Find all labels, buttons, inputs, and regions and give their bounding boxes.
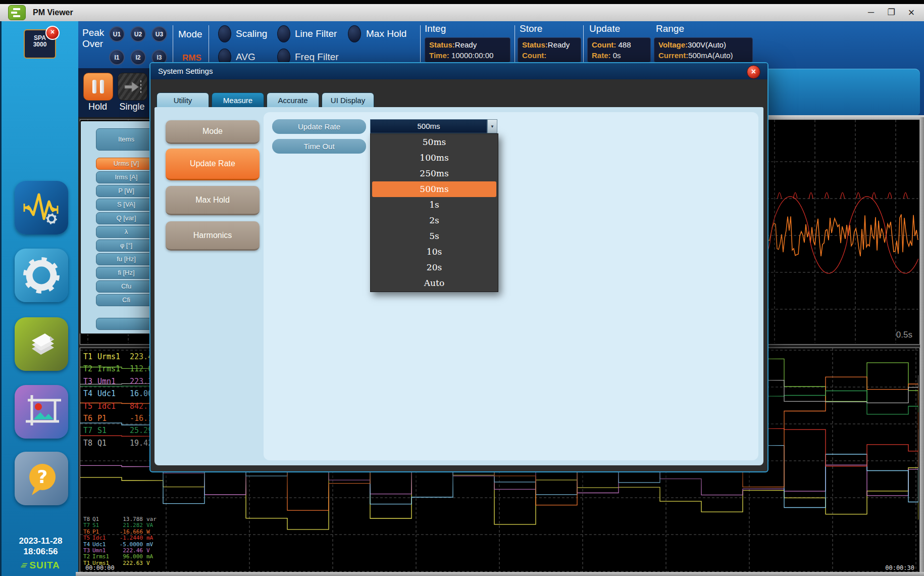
option-1s[interactable]: 1s: [371, 197, 498, 213]
line-filter-label: Line Filter: [295, 28, 337, 39]
app-logo-icon: [8, 5, 26, 20]
hold-button[interactable]: [83, 73, 113, 101]
range-title: Range: [656, 23, 684, 34]
dialog-inner-panel: [264, 112, 758, 460]
update-rate-field-label: Update Rate: [272, 119, 366, 134]
item--[interactable]: λ: [96, 226, 157, 238]
window-titlebar: PM Viewer ─ ❐ ×: [0, 4, 924, 22]
item-irms-a-[interactable]: Irms [A]: [96, 171, 157, 183]
transport-panel: Hold Single: [78, 68, 149, 117]
hold-label: Hold: [83, 102, 112, 112]
scaling-label: Scaling: [236, 28, 267, 39]
mode-value[interactable]: RMS: [182, 53, 201, 63]
dropdown-arrow-button[interactable]: ▼: [487, 119, 497, 133]
channel-u2-button[interactable]: U2: [130, 26, 146, 42]
legend-row: T5Idc1842.75: [83, 400, 159, 412]
tab-ui-display[interactable]: UI Display: [322, 92, 374, 108]
option-2s[interactable]: 2s: [371, 213, 498, 228]
menu-update-rate-button[interactable]: Update Rate: [166, 149, 260, 180]
channel-i2-button[interactable]: I2: [130, 50, 146, 65]
window-frame-right: [920, 117, 924, 576]
trend-legend-bottom: T8Q113.788varT7S121.282VAT6P1-16.666WT5I…: [83, 516, 169, 566]
divider: [173, 25, 173, 67]
legend-row: T4Udc116.000: [83, 388, 159, 400]
single-button[interactable]: [118, 73, 147, 101]
layers-glyph: [20, 322, 63, 366]
top-strip: [0, 0, 924, 4]
minimize-button[interactable]: ─: [864, 7, 878, 19]
waveform-settings-icon[interactable]: [15, 181, 68, 234]
menu-max-hold-button[interactable]: Max Hold: [166, 186, 260, 215]
item-urms-v-[interactable]: Urms [V]: [96, 158, 157, 170]
screenshot-icon[interactable]: [15, 385, 68, 439]
gear-glyph: [20, 254, 63, 297]
item-cfi[interactable]: Cfi: [96, 294, 157, 306]
legend-row: T5Idc1-1.2440mA: [83, 535, 169, 541]
update-title: Update: [589, 23, 620, 34]
tab-measure[interactable]: Measure: [212, 92, 264, 108]
mode-label: Mode: [178, 29, 202, 40]
divider: [420, 25, 421, 67]
max-hold-label: Max Hold: [366, 28, 406, 39]
help-icon[interactable]: ?: [15, 452, 68, 505]
item-fu-hz-[interactable]: fu [Hz]: [96, 253, 157, 265]
item-fi-hz-[interactable]: fi [Hz]: [96, 267, 157, 279]
system-settings-dialog: System Settings × UtilityMeasureAccurate…: [149, 62, 768, 472]
update-status-box: Count: 488 Rate: 0s: [587, 37, 651, 63]
settings-icon[interactable]: [15, 249, 68, 302]
channel-u1-button[interactable]: U1: [109, 26, 125, 42]
option-5s[interactable]: 5s: [371, 228, 498, 244]
tab-utility[interactable]: Utility: [157, 92, 209, 108]
channel-u3-button[interactable]: U3: [151, 26, 167, 42]
legend-row: T2Irms1112.00: [83, 363, 159, 375]
dialog-close-button[interactable]: ×: [747, 65, 760, 79]
option-50ms[interactable]: 50ms: [371, 134, 498, 150]
menu-harmonics-button[interactable]: Harmonics: [166, 221, 260, 251]
option-100ms[interactable]: 100ms: [371, 150, 498, 166]
window-frame-bottom: [76, 572, 924, 576]
legend-row: T6P1-16.1: [83, 412, 159, 424]
item-s-va-[interactable]: S [VA]: [96, 199, 157, 211]
option-250ms[interactable]: 250ms: [371, 166, 498, 181]
item-q-var-[interactable]: Q [var]: [96, 212, 157, 224]
tab-accurate[interactable]: Accurate: [267, 92, 319, 108]
pause-icon: [92, 80, 96, 93]
option-20s[interactable]: 20s: [371, 260, 498, 275]
trend-end-time: 00:00:30: [885, 564, 914, 571]
legend-row: T1Urms1223.41: [83, 351, 159, 363]
waveform-timebase-label: 0.5s: [896, 330, 912, 340]
item-p-w-[interactable]: P [W]: [96, 185, 157, 197]
close-button[interactable]: ×: [905, 7, 918, 19]
option-auto[interactable]: Auto: [371, 275, 498, 291]
legend-row: T7S125.299: [83, 424, 159, 437]
reports-icon[interactable]: [15, 317, 68, 371]
legend-row: T1Urms1222.63V: [83, 560, 169, 566]
option-500ms[interactable]: 500ms: [372, 181, 496, 197]
store-title: Store: [520, 23, 542, 34]
peak-over-label: PeakOver: [82, 27, 104, 50]
legend-row: T3Umn1223.30: [83, 375, 159, 388]
image-crop-glyph: [20, 390, 63, 434]
line-filter-toggle[interactable]: [277, 25, 290, 42]
range-status-box: Voltage:300V(Auto) Current:500mA(Auto): [654, 37, 753, 63]
store-status-box: Status:Ready Count:: [518, 37, 581, 63]
item--[interactable]: φ [°]: [96, 239, 157, 252]
divider: [209, 25, 209, 67]
max-hold-toggle[interactable]: [348, 25, 361, 42]
menu-mode-button[interactable]: Mode: [166, 120, 260, 144]
device-status-icon[interactable]: SPA 3000 ×: [24, 29, 56, 59]
measure-legend-top: T1Urms1223.41T2Irms1112.00T3Umn1223.30T4…: [83, 351, 159, 449]
datetime-display: 2023-11-28 18:06:56: [2, 536, 80, 557]
item-empty[interactable]: [96, 318, 157, 330]
freq-filter-label: Freq Filter: [295, 52, 339, 63]
channel-i1-button[interactable]: I1: [109, 50, 125, 65]
divider: [515, 25, 515, 67]
update-rate-select[interactable]: 500ms: [370, 119, 487, 133]
item-cfu[interactable]: Cfu: [96, 280, 157, 293]
items-header-button[interactable]: Items: [96, 128, 157, 151]
maximize-button[interactable]: ❐: [885, 7, 898, 19]
device-line1: SPA: [34, 34, 46, 41]
option-10s[interactable]: 10s: [371, 244, 498, 260]
scaling-toggle[interactable]: [218, 25, 231, 42]
avg-label: AVG: [236, 52, 255, 63]
